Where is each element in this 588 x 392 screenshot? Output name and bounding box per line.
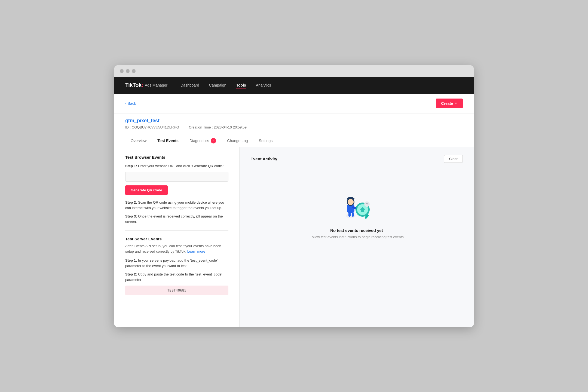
nav-item-campaign[interactable]: Campaign xyxy=(209,82,226,88)
section-divider xyxy=(125,230,228,231)
event-activity-title: Event Activity xyxy=(250,157,277,161)
logo-tiktok: TikTok: xyxy=(125,82,143,88)
server-step1-label: Step 1: xyxy=(125,258,137,262)
browser-window: TikTok: Ads Manager Dashboard Campaign T… xyxy=(114,65,474,327)
traffic-light-yellow xyxy=(126,69,130,73)
step3-text: Step 3: Once the event is received corre… xyxy=(125,214,228,224)
step2-label: Step 2: xyxy=(125,200,137,204)
traffic-light-red xyxy=(120,69,124,73)
server-section-title: Test Server Events xyxy=(125,237,228,241)
traffic-light-green xyxy=(132,69,136,73)
server-step2-text: Step 2: Copy and paste the test code to … xyxy=(125,272,228,282)
right-header: Event Activity Clear xyxy=(250,155,463,163)
empty-title: No test events received yet xyxy=(330,228,383,233)
left-panel: Test Browser Events Step 1: Enter your w… xyxy=(114,147,240,327)
browser-section-title: Test Browser Events xyxy=(125,155,228,160)
nav-logo: TikTok: Ads Manager xyxy=(125,82,167,88)
clear-button[interactable]: Clear xyxy=(444,155,463,163)
top-bar: ‹ Back Create ▼ xyxy=(114,94,474,114)
svg-point-7 xyxy=(348,199,354,205)
pixel-id: ID : CGQBU7RC77U5U41DLRHG xyxy=(125,125,179,129)
url-input[interactable] xyxy=(125,172,228,182)
server-step2-label: Step 2: xyxy=(125,272,137,276)
server-step1-content: In your server's payload, add the 'test_… xyxy=(125,258,218,268)
tab-diagnostics-label: Diagnostics xyxy=(189,139,209,143)
page-content: ‹ Back Create ▼ gtm_pixel_test ID : CGQB… xyxy=(114,94,474,327)
tab-diagnostics[interactable]: Diagnostics 4 xyxy=(184,135,222,147)
step1-content: Enter your website URL and click "Genera… xyxy=(138,164,224,168)
server-desc-text: After Events API setup, you can test if … xyxy=(125,244,221,253)
empty-state: ? No test events received yet Follow tes… xyxy=(250,168,463,250)
nav-item-tools[interactable]: Tools xyxy=(236,82,246,88)
pixel-name: gtm_pixel_test xyxy=(125,118,463,124)
pixel-creation-time: Creation Time : 2023-04-10 20:59:59 xyxy=(189,125,247,129)
logo-tiktok-text: TikTok xyxy=(125,82,142,88)
create-button[interactable]: Create ▼ xyxy=(436,99,463,108)
empty-desc: Follow test events instructions to begin… xyxy=(310,235,403,239)
right-panel: Event Activity Clear xyxy=(240,147,474,327)
logo-ads: Ads Manager xyxy=(145,83,167,87)
step2-text: Step 2: Scan the QR code using your mobi… xyxy=(125,200,228,210)
back-label: Back xyxy=(128,101,136,106)
back-link[interactable]: ‹ Back xyxy=(125,101,136,106)
main-layout: Test Browser Events Step 1: Enter your w… xyxy=(114,147,474,327)
nav-item-dashboard[interactable]: Dashboard xyxy=(180,82,199,88)
test-code-box: TEST40685 xyxy=(125,286,228,295)
step3-content: Once the event is received correctly, it… xyxy=(125,214,223,224)
tab-test-events[interactable]: Test Events xyxy=(152,135,184,147)
learn-more-link[interactable]: Learn more xyxy=(187,249,205,253)
step1-text: Step 1: Enter your website URL and click… xyxy=(125,163,228,169)
server-step1-text: Step 1: In your server's payload, add th… xyxy=(125,258,228,268)
nav-items: Dashboard Campaign Tools Analytics xyxy=(180,82,271,88)
step3-label: Step 3: xyxy=(125,214,137,218)
create-label: Create xyxy=(441,101,453,106)
svg-text:?: ? xyxy=(366,202,368,206)
pixel-meta: ID : CGQBU7RC77U5U41DLRHG Creation Time … xyxy=(125,125,463,129)
pixel-info: gtm_pixel_test ID : CGQBU7RC77U5U41DLRHG… xyxy=(114,114,474,135)
back-arrow-icon: ‹ xyxy=(125,101,127,106)
tab-overview[interactable]: Overview xyxy=(125,135,152,147)
step1-label: Step 1: xyxy=(125,164,137,168)
generate-qr-label: Generate QR Code xyxy=(131,188,162,192)
step2-content: Scan the QR code using your mobile devic… xyxy=(125,200,224,210)
server-step2-content: Copy and paste the test code to the 'tes… xyxy=(125,272,222,282)
nav-item-analytics[interactable]: Analytics xyxy=(256,82,271,88)
diagnostics-badge: 4 xyxy=(211,138,216,143)
empty-illustration: ? xyxy=(340,190,373,223)
tabs: Overview Test Events Diagnostics 4 Chang… xyxy=(114,135,474,147)
server-desc: After Events API setup, you can test if … xyxy=(125,243,228,254)
create-dropdown-icon: ▼ xyxy=(455,102,457,105)
tab-settings[interactable]: Settings xyxy=(253,135,278,147)
generate-qr-button[interactable]: Generate QR Code xyxy=(125,185,168,195)
browser-chrome xyxy=(114,65,474,77)
nav-bar: TikTok: Ads Manager Dashboard Campaign T… xyxy=(114,77,474,94)
tab-change-log[interactable]: Change Log xyxy=(222,135,253,147)
logo-dot: : xyxy=(142,82,143,88)
svg-rect-2 xyxy=(352,212,354,217)
